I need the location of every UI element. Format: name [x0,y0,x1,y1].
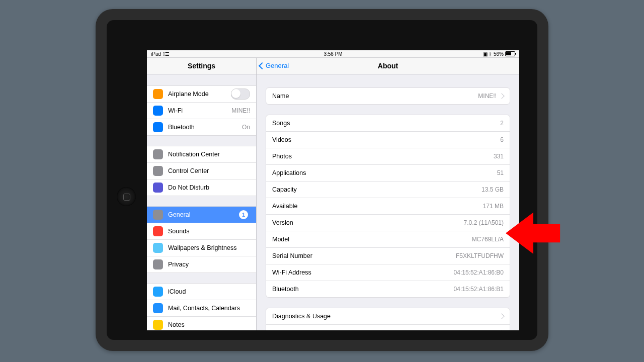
about-row-serial-number: Serial NumberF5XKLTFUDFHW [266,247,510,264]
about-row-label: Bluetooth [272,286,454,293]
about-link-legal[interactable]: Legal [266,324,510,330]
sidebar-item-label: Wallpapers & Brightness [168,244,250,251]
about-links-group: Diagnostics & UsageLegal [266,308,510,330]
status-bar: iPad ☰ 3:56 PM ▣ ᛒ 56% [147,50,519,58]
sidebar-item-label: Wi-Fi [168,107,231,114]
sidebar-group: General1SoundsWallpapers & BrightnessPri… [147,206,256,273]
sidebar-item-privacy[interactable]: Privacy [147,256,256,273]
about-row-label: Available [272,203,483,210]
about-row-songs: Songs2 [266,115,510,131]
about-row-label: Capacity [272,186,481,193]
about-row-value: 51 [497,169,504,176]
notes-icon [153,320,163,330]
navigation-bars: Settings General About [147,58,519,74]
about-row-capacity: Capacity13.5 GB [266,181,510,198]
sidebar-item-airplane-mode[interactable]: Airplane Mode [147,86,256,102]
sidebar-item-label: Privacy [168,261,250,268]
sidebar-item-value: MINE!! [231,107,250,114]
screen: iPad ☰ 3:56 PM ▣ ᛒ 56% Settings General [147,50,519,330]
about-row-version: Version7.0.2 (11A501) [266,214,510,231]
sidebar-item-label: iCloud [168,288,250,295]
sidebar-item-control-center[interactable]: Control Center [147,162,256,179]
orientation-lock-icon: ▣ [483,51,488,57]
sidebar-group: Notification CenterControl CenterDo Not … [147,146,256,196]
about-row-value: 04:15:52:A1:86:B0 [454,269,504,276]
about-row-bluetooth: Bluetooth04:15:52:A1:86:B1 [266,281,510,297]
airplane-mode-toggle[interactable] [231,88,250,100]
about-info-group: Songs2Videos6Photos331Applications51Capa… [266,115,510,298]
about-name-group: Name MINE!! [266,87,510,105]
sidebar-title: Settings [147,58,257,74]
about-row-value: 171 MB [483,203,504,210]
status-time: 3:56 PM [324,51,342,57]
about-row-videos: Videos6 [266,131,510,148]
bluetooth-icon: ᛒ [489,51,492,57]
chevron-left-icon [259,62,266,69]
wifi-icon: ☰ [163,51,170,57]
content: Airplane ModeWi-FiMINE!!BluetoothOnNotif… [147,74,519,330]
wi-fi-icon [153,106,163,116]
about-row-value: 331 [494,153,504,160]
sidebar-item-bluetooth[interactable]: BluetoothOn [147,119,256,135]
about-link-diagnostics-usage[interactable]: Diagnostics & Usage [266,308,510,324]
about-row-value: 04:15:52:A1:86:B1 [454,286,504,293]
general-icon [153,210,163,220]
sidebar-item-notes[interactable]: Notes [147,316,256,330]
sidebar: Airplane ModeWi-FiMINE!!BluetoothOnNotif… [147,74,257,330]
about-row-label: Songs [272,120,500,127]
control-center-icon [153,166,163,176]
back-label: General [266,58,289,74]
about-row-value: 2 [500,120,504,127]
about-link-label: Legal [272,329,497,330]
battery-icon [505,51,515,56]
about-row-label: Model [272,236,472,243]
sidebar-item-icloud[interactable]: iCloud [147,284,256,300]
sidebar-item-label: Control Center [168,167,250,174]
about-row-label: Photos [272,153,494,160]
about-row-label: Serial Number [272,252,456,259]
about-row-value: F5XKLTFUDFHW [456,252,504,259]
sidebar-group: Airplane ModeWi-FiMINE!!BluetoothOn [147,85,256,136]
sidebar-item-sounds[interactable]: Sounds [147,223,256,239]
about-row-model: ModelMC769LL/A [266,231,510,247]
sidebar-item-label: Sounds [168,228,250,235]
sidebar-item-mail-contacts-calendars[interactable]: Mail, Contacts, Calendars [147,300,256,316]
chevron-right-icon [499,330,504,330]
sidebar-group: iCloudMail, Contacts, CalendarsNotes [147,283,256,330]
home-button[interactable] [117,187,136,206]
wallpapers-brightness-icon [153,243,163,253]
sidebar-item-label: Mail, Contacts, Calendars [168,305,250,312]
sidebar-item-value: On [242,124,250,131]
about-row-value: 7.0.2 (11A501) [464,219,504,226]
chevron-right-icon [499,313,504,319]
icloud-icon [153,287,163,297]
about-row-value: 6 [500,136,504,143]
battery-percent: 56% [494,51,504,57]
device-label: iPad [151,51,161,57]
do-not-disturb-icon [153,183,163,193]
privacy-icon [153,259,163,269]
ipad-bezel: iPad ☰ 3:56 PM ▣ ᛒ 56% Settings General [107,20,537,340]
bluetooth-icon [153,122,163,132]
about-row-label: Videos [272,136,500,143]
about-link-label: Diagnostics & Usage [272,313,497,320]
sidebar-item-wallpapers-brightness[interactable]: Wallpapers & Brightness [147,239,256,256]
airplane-mode-icon [153,89,163,99]
back-button[interactable]: General [260,58,289,74]
sidebar-item-label: Airplane Mode [168,90,231,98]
name-value: MINE!! [478,93,497,100]
sidebar-item-do-not-disturb[interactable]: Do Not Disturb [147,179,256,196]
about-row-applications: Applications51 [266,164,510,181]
sidebar-item-wi-fi[interactable]: Wi-FiMINE!! [147,102,256,119]
sidebar-item-label: Bluetooth [168,124,242,131]
sidebar-item-label: Notes [168,321,250,328]
about-row-label: Version [272,219,464,226]
name-label: Name [272,93,478,100]
about-row-wi-fi-address: Wi-Fi Address04:15:52:A1:86:B0 [266,264,510,281]
sidebar-item-general[interactable]: General1 [147,207,256,223]
name-row[interactable]: Name MINE!! [266,88,510,104]
mail-contacts-calendars-icon [153,303,163,313]
sidebar-item-notification-center[interactable]: Notification Center [147,146,256,162]
ipad-frame: iPad ☰ 3:56 PM ▣ ᛒ 56% Settings General [96,9,548,351]
about-row-value: 13.5 GB [481,186,504,193]
